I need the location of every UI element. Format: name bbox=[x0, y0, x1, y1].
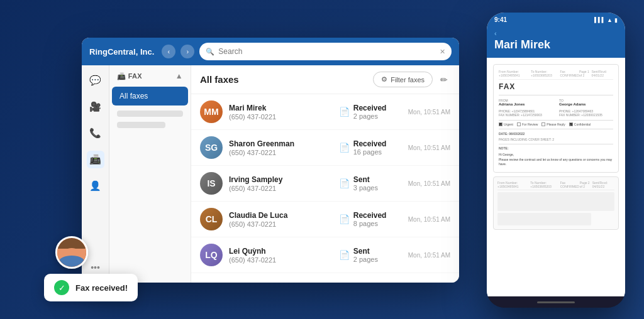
toast-check-icon: ✓ bbox=[54, 280, 69, 295]
signal-icon: ▌▌▌ bbox=[594, 17, 605, 23]
fax-from-col: From Adriana Jones bbox=[499, 99, 553, 106]
fax-time-label: Mon, 10:51 AM bbox=[408, 144, 450, 151]
fax-received-toast: ✓ Fax received! bbox=[44, 274, 138, 301]
fax-doc-page2-topbar: From Number: +16503485841 To Number: +16… bbox=[497, 181, 614, 190]
fax-time-label: Mon, 10:51 AM bbox=[408, 109, 450, 116]
fax-document-icon: 📄 bbox=[339, 214, 350, 224]
fax-contact-info: Mari Mirek (650) 437-0221 bbox=[229, 104, 333, 121]
search-icon: 🔍 bbox=[206, 48, 214, 56]
fax-topbar-confirmed: Fax CONFIRMED bbox=[560, 70, 579, 77]
sidebar-item-chat[interactable]: 💬 bbox=[87, 72, 104, 89]
fax-from-phone-col: Phone: +1(647)5884801 Fax number: +12147… bbox=[499, 109, 553, 117]
fax-contact-phone: (650) 437-0221 bbox=[229, 185, 333, 192]
fax-contact-name: Mari Mirek bbox=[229, 104, 333, 112]
sidebar-item-fax[interactable]: 📠 bbox=[87, 151, 104, 168]
app-body: 💬 🎥 📞 📠 👤 ••• 📠 FAX ▲ All faxes All faxe… bbox=[82, 65, 459, 283]
fax-contact-phone: (650) 437-0221 bbox=[229, 149, 333, 156]
fax-doc-pages-line: Pages including cover sheet: 2 bbox=[499, 138, 613, 141]
toast-message: Fax received! bbox=[75, 283, 128, 293]
wifi-icon: ▲ bbox=[607, 17, 613, 23]
fax-to-name: George Adams bbox=[559, 102, 613, 106]
avatar: SG bbox=[200, 136, 223, 159]
checkbox-urgent-label: Urgent bbox=[504, 122, 513, 126]
fax-page2-to: To Number: +16503685203 bbox=[530, 181, 560, 188]
fax-doc-note-body: Hi George,Please review the contract and… bbox=[499, 153, 613, 167]
checkbox-review: For Review bbox=[517, 122, 538, 126]
search-bar: 🔍 ✕ bbox=[199, 43, 452, 60]
filter-button[interactable]: ⚙ Filter faxes bbox=[373, 72, 433, 87]
header-actions: ⚙ Filter faxes ✏ bbox=[373, 72, 450, 87]
fax-page2-from: From Number: +16503485841 bbox=[497, 181, 530, 188]
fax-status-info: Sent 2 pages bbox=[353, 247, 378, 263]
fax-document-icon: 📄 bbox=[339, 178, 350, 188]
phone-contact-name: Mari Mirek bbox=[494, 38, 618, 51]
fax-list: MM Mari Mirek (650) 437-0221 📄 Received … bbox=[191, 94, 459, 283]
phone-header: ‹ Mari Mirek bbox=[487, 26, 625, 58]
battery-icon: ▮ bbox=[614, 17, 618, 23]
fax-topbar-date: Sent/Rcvd: 04/01/22 bbox=[591, 70, 613, 77]
fax-doc-topbar: From Number: +16503485841 To Number: +16… bbox=[499, 70, 613, 80]
fax-panel-collapse-icon[interactable]: ▲ bbox=[175, 72, 183, 80]
main-header: All faxes ⚙ Filter faxes ✏ bbox=[191, 65, 459, 94]
nav-next-button[interactable]: › bbox=[180, 45, 194, 58]
compose-icon[interactable]: ✏ bbox=[438, 72, 450, 87]
fax-nav-placeholder-1 bbox=[117, 111, 183, 117]
fax-time-label: Mon, 10:51 AM bbox=[408, 216, 450, 223]
avatar: CL bbox=[200, 208, 223, 230]
sidebar-item-video[interactable]: 🎥 bbox=[87, 98, 104, 116]
phone-back-button[interactable]: ‹ bbox=[494, 30, 618, 37]
fax-nav-all-faxes[interactable]: All faxes bbox=[112, 87, 188, 105]
checkbox-confidential-box: ✓ bbox=[569, 122, 573, 126]
fax-doc-date: DATE: 06/03/2022 bbox=[499, 132, 613, 136]
checkbox-reply-box bbox=[541, 122, 545, 126]
user-avatar bbox=[55, 236, 88, 269]
checkmark-icon: ✓ bbox=[58, 283, 65, 293]
fax-page2-page: Page 2 of 2 bbox=[580, 181, 592, 188]
avatar: LQ bbox=[200, 244, 223, 266]
fax-contact-phone: (650) 437-0221 bbox=[229, 256, 333, 264]
fax-contact-phone: (650) 437-0221 bbox=[229, 220, 333, 228]
fax-contact-phone: (650) 437-0221 bbox=[229, 113, 333, 121]
phone-screen: 9:41 ▌▌▌ ▲ ▮ ‹ Mari Mirek From Number: +… bbox=[487, 13, 625, 296]
fax-list-item[interactable]: MM Mari Mirek (650) 437-0221 📄 Received … bbox=[191, 94, 459, 130]
fax-from-name: Adriana Jones bbox=[499, 102, 553, 106]
phone-home-bar bbox=[487, 296, 625, 308]
fax-doc-page-1: From Number: +16503485841 To Number: +16… bbox=[493, 64, 619, 173]
filter-icon: ⚙ bbox=[381, 75, 387, 84]
fax-panel: 📠 FAX ▲ All faxes bbox=[109, 65, 191, 283]
checkbox-confidential: ✓ Confidential bbox=[569, 122, 591, 126]
phone-status-bar: 9:41 ▌▌▌ ▲ ▮ bbox=[487, 13, 625, 26]
sidebar-item-phone[interactable]: 📞 bbox=[87, 124, 104, 142]
nav-prev-button[interactable]: ‹ bbox=[162, 45, 175, 58]
fax-pages-label: 8 pages bbox=[353, 220, 387, 227]
fax-list-item[interactable]: IS Irving Sampley (650) 437-0221 📄 Sent … bbox=[191, 166, 459, 202]
fax-doc-page-2: From Number: +16503485841 To Number: +16… bbox=[493, 176, 619, 230]
fax-status-label: Received bbox=[353, 211, 387, 220]
fax-status-label: Sent bbox=[353, 247, 378, 256]
checkbox-reply-label: Please Reply bbox=[547, 122, 565, 126]
checkbox-reply: Please Reply bbox=[541, 122, 565, 126]
fax-list-item[interactable]: LQ Lei Quỳnh (650) 437-0221 📄 Sent 2 pag… bbox=[191, 237, 459, 273]
main-content: All faxes ⚙ Filter faxes ✏ MM Mari Mirek bbox=[191, 65, 459, 283]
fax-document-preview[interactable]: From Number: +16503485841 To Number: +16… bbox=[487, 58, 625, 296]
fax-topbar-from: From Number: +16503485841 bbox=[499, 70, 531, 77]
fax-to-fax-label: Fax number: +12030021535 bbox=[559, 113, 613, 117]
fax-panel-title: 📠 FAX bbox=[117, 72, 142, 80]
fax-status-col: 📄 Received 8 pages bbox=[339, 211, 402, 227]
fax-contact-name: Claudia De Luca bbox=[229, 211, 333, 220]
fax-nav-placeholder-2 bbox=[117, 122, 165, 128]
fax-page2-confirmed: Fax CONFIRMED bbox=[560, 181, 580, 188]
search-clear-icon[interactable]: ✕ bbox=[440, 48, 445, 56]
search-input[interactable] bbox=[218, 47, 436, 56]
phone-status-icons: ▌▌▌ ▲ ▮ bbox=[594, 17, 618, 23]
fax-status-col: 📄 Sent 2 pages bbox=[339, 247, 402, 263]
desktop-app-window: RingCentral, Inc. ‹ › 🔍 ✕ 💬 🎥 📞 📠 👤 ••• … bbox=[82, 38, 459, 283]
home-indicator bbox=[537, 301, 575, 303]
sidebar-item-contacts[interactable]: 👤 bbox=[87, 177, 104, 195]
checkbox-confidential-label: Confidential bbox=[574, 122, 591, 126]
fax-list-item[interactable]: SG Sharon Greenman (650) 437-0221 📄 Rece… bbox=[191, 130, 459, 166]
fax-pages-label: 2 pages bbox=[353, 256, 378, 263]
checkbox-urgent: ✓ Urgent bbox=[499, 122, 513, 126]
fax-pages-label: 3 pages bbox=[353, 184, 378, 192]
fax-list-item[interactable]: CL Claudia De Luca (650) 437-0221 📄 Rece… bbox=[191, 202, 459, 237]
